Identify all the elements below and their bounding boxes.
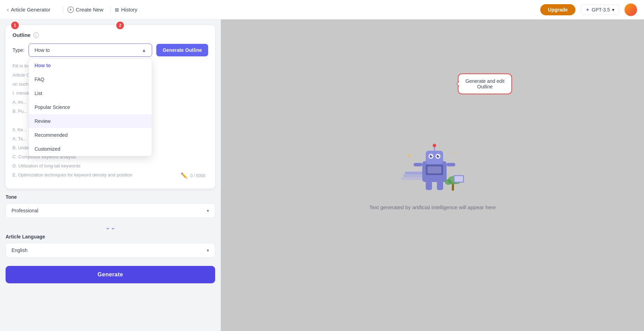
svg-rect-16 (447, 163, 455, 166)
type-selected-value: How to (34, 47, 50, 53)
char-count-value: 0 / 5000 (190, 173, 205, 178)
step-badge-2: 2 (116, 22, 124, 29)
gpt-star-icon: ✦ (586, 7, 590, 13)
tooltip-line1: Generate and edit (465, 78, 504, 84)
robot-illustration: ✦ ✦ (398, 140, 468, 196)
dropdown-item-review[interactable]: Review (29, 114, 152, 128)
language-selected: English (11, 247, 28, 253)
language-select[interactable]: English ▾ (6, 243, 215, 258)
char-count: ✏️ 0 / 5000 (181, 172, 205, 179)
dropdown-item-faq[interactable]: FAQ (29, 72, 152, 86)
back-icon: ‹ (7, 7, 9, 13)
svg-rect-24 (455, 176, 463, 182)
tone-section: Tone Professional ▾ (6, 194, 215, 218)
ai-placeholder-text: Text generated by artificial intelligenc… (369, 204, 496, 210)
create-new-label: Create New (76, 7, 103, 13)
tooltip-line2: Outline (465, 84, 504, 89)
svg-text:✦: ✦ (407, 152, 412, 159)
type-dropdown-menu: How to FAQ List Popular Science Review R… (29, 58, 152, 156)
type-row: Type: How to ▲ How to FAQ List Popular S… (13, 44, 208, 57)
dropdown-item-how-to[interactable]: How to (29, 58, 152, 72)
history-label: History (121, 7, 138, 13)
svg-point-14 (433, 144, 436, 147)
gpt-chevron-icon: ▾ (612, 7, 614, 13)
brush-icon: ✏️ (181, 172, 188, 179)
content-line-12: D. Utilization of long-tail keywords (13, 162, 208, 170)
info-icon[interactable]: i (33, 32, 39, 38)
avatar[interactable] (625, 3, 637, 16)
outline-card: 1 2 Outline i Type: How to ▲ How to FAQ … (6, 25, 215, 189)
dropdown-item-popular-science[interactable]: Popular Science (29, 100, 152, 114)
step-badge-1: 1 (11, 22, 19, 29)
nav-divider-2 (110, 6, 111, 13)
dropdown-item-list[interactable]: List (29, 86, 152, 100)
generate-button[interactable]: Generate (6, 266, 215, 283)
content-line-13: E. Optimization techniques for keyword d… (13, 171, 208, 179)
chevron-up-icon: ▲ (142, 48, 146, 53)
tooltip-callout: Generate and edit Outline (458, 73, 512, 94)
type-select-wrapper: How to ▲ How to FAQ List Popular Science… (29, 44, 152, 57)
svg-text:✦: ✦ (452, 150, 455, 155)
dropdown-item-customized[interactable]: Customized (29, 142, 152, 156)
plus-icon: + (68, 7, 74, 13)
type-select[interactable]: How to ▲ (29, 44, 152, 57)
generate-outline-button[interactable]: Generate Outline (156, 44, 208, 56)
language-chevron-icon: ▾ (207, 248, 209, 253)
tone-selected: Professional (11, 208, 38, 213)
history-icon: ⊞ (115, 7, 119, 13)
type-label: Type: (13, 47, 24, 53)
nav-divider (63, 6, 63, 13)
badge-row: 1 2 (11, 22, 124, 29)
svg-rect-5 (427, 166, 441, 173)
language-label: Article Language (6, 234, 215, 239)
double-chevron-icon[interactable]: ⌄⌄ (0, 223, 221, 231)
svg-rect-18 (437, 181, 443, 190)
create-new-button[interactable]: + Create New (68, 7, 103, 13)
top-nav: ‹ Article Generator + Create New ⊞ Histo… (0, 0, 644, 19)
history-button[interactable]: ⊞ History (115, 7, 138, 13)
gpt-label: GPT-3.5 (592, 7, 610, 13)
app-title: Article Generator (11, 7, 50, 13)
right-panel: Generate and edit Outline (221, 19, 644, 331)
svg-rect-15 (414, 163, 422, 166)
outline-title: Outline (13, 32, 31, 38)
upgrade-button[interactable]: Upgrade (540, 4, 575, 15)
svg-rect-17 (426, 181, 432, 190)
left-panel: 1 2 Outline i Type: How to ▲ How to FAQ … (0, 19, 221, 331)
svg-rect-6 (426, 151, 443, 164)
svg-point-21 (445, 179, 452, 185)
back-button[interactable]: ‹ Article Generator (7, 7, 50, 13)
language-section: Article Language English ▾ (6, 234, 215, 258)
tone-label: Tone (6, 194, 215, 200)
svg-point-11 (431, 155, 432, 156)
svg-point-12 (438, 155, 439, 156)
svg-rect-2 (401, 177, 426, 180)
tone-chevron-icon: ▾ (207, 208, 209, 213)
tone-select[interactable]: Professional ▾ (6, 203, 215, 218)
outline-header: Outline i (13, 32, 208, 38)
dropdown-item-recommended[interactable]: Recommended (29, 128, 152, 142)
gpt-selector[interactable]: ✦ GPT-3.5 ▾ (581, 5, 619, 15)
